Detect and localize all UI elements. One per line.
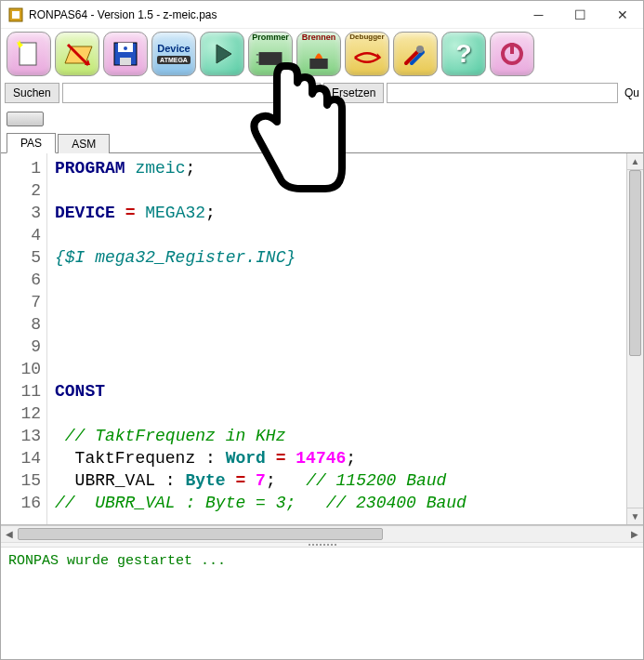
code-line[interactable]: PROGRAM zmeic; — [55, 157, 626, 179]
code-line[interactable]: {$I mega32_Register.INC} — [55, 246, 626, 269]
replace-input[interactable] — [387, 83, 618, 103]
suchen-button[interactable]: Suchen — [5, 83, 59, 103]
svg-rect-2 — [20, 43, 36, 65]
code-line[interactable]: TaktFrequenz : Word = 14746; — [55, 447, 626, 469]
tools-button[interactable] — [393, 32, 438, 76]
floppy-icon — [109, 37, 142, 71]
app-icon — [8, 7, 23, 22]
status-indicator — [7, 112, 44, 126]
svg-point-10 — [124, 46, 127, 50]
svg-rect-15 — [309, 59, 327, 69]
question-icon: ? — [455, 39, 471, 69]
code-line[interactable] — [55, 358, 626, 380]
line-number: 16 — [1, 492, 41, 514]
burn-icon — [302, 42, 335, 75]
vertical-scrollbar[interactable]: ▲ ▼ — [626, 153, 643, 524]
code-editor[interactable]: 12345678910111213141516 PROGRAM zmeic;DE… — [1, 153, 643, 525]
code-line[interactable]: UBRR_VAL : Byte = 7; // 115200 Baud — [55, 469, 626, 492]
console-text: RONPAS wurde gestartet ... — [8, 553, 226, 569]
new-icon — [12, 37, 46, 71]
svg-point-17 — [416, 46, 424, 53]
close-button[interactable]: ✕ — [601, 1, 643, 28]
power-icon — [495, 37, 529, 71]
code-line[interactable] — [55, 224, 626, 246]
line-number: 3 — [1, 202, 41, 224]
code-line[interactable] — [55, 179, 626, 202]
debugger-button[interactable]: Debugger — [345, 32, 389, 76]
prommer-button[interactable]: Prommer — [248, 32, 293, 76]
search-input[interactable] — [62, 83, 321, 103]
scroll-left-icon[interactable]: ◀ — [1, 526, 18, 542]
debugger-label: Debugger — [349, 33, 384, 41]
minimize-button[interactable]: ─ — [518, 1, 559, 28]
tab-asm[interactable]: ASM — [58, 134, 110, 153]
line-number: 11 — [1, 380, 41, 403]
brennen-label: Brennen — [302, 33, 336, 42]
scroll-down-icon[interactable]: ▼ — [627, 508, 643, 524]
code-area[interactable]: PROGRAM zmeic;DEVICE = MEGA32;{$I mega32… — [47, 153, 626, 524]
line-number: 9 — [1, 336, 41, 358]
svg-rect-9 — [120, 58, 131, 65]
code-line[interactable] — [55, 313, 626, 336]
line-number: 10 — [1, 358, 41, 380]
open-button[interactable] — [55, 32, 99, 76]
device-sub: ATMEGA — [157, 56, 191, 64]
code-line[interactable]: CONST — [55, 380, 626, 403]
pliers-icon — [399, 37, 432, 71]
qu-label: Qu — [621, 86, 639, 99]
code-line[interactable]: // TaktFrequenz in KHz — [55, 425, 626, 447]
line-number: 1 — [1, 157, 41, 179]
svg-marker-11 — [217, 45, 231, 63]
line-number: 6 — [1, 269, 41, 291]
line-number: 13 — [1, 425, 41, 447]
ersetzen-button[interactable]: Ersetzen — [323, 83, 384, 103]
line-number: 12 — [1, 403, 41, 425]
editor-tabs: PAS ASM — [1, 131, 643, 153]
line-gutter: 12345678910111213141516 — [1, 153, 47, 524]
line-number: 4 — [1, 224, 41, 246]
output-console: RONPAS wurde gestartet ... — [1, 548, 643, 659]
titlebar: RONPAS64 - Version 1.5 - z-meic.pas ─ ☐ … — [1, 1, 643, 29]
folder-arrow-icon — [60, 37, 94, 71]
tab-pas[interactable]: PAS — [7, 133, 56, 153]
horizontal-scrollbar[interactable]: ◀ ▶ — [1, 525, 643, 542]
scroll-right-icon[interactable]: ▶ — [626, 526, 643, 542]
line-number: 2 — [1, 179, 41, 202]
brennen-button[interactable]: Brennen — [296, 32, 341, 76]
chip-icon — [254, 42, 287, 75]
search-bar: Suchen Ersetzen Qu — [1, 79, 643, 107]
play-icon — [205, 37, 239, 71]
hscroll-thumb[interactable] — [18, 528, 383, 540]
svg-rect-12 — [259, 52, 283, 65]
code-line[interactable] — [55, 291, 626, 313]
code-line[interactable] — [55, 403, 626, 425]
code-line[interactable]: // UBRR_VAL : Byte = 3; // 230400 Baud — [55, 492, 626, 514]
code-line[interactable]: DEVICE = MEGA32; — [55, 202, 626, 224]
save-button[interactable] — [103, 32, 148, 76]
line-number: 7 — [1, 291, 41, 313]
code-line[interactable] — [55, 269, 626, 291]
loop-icon — [350, 41, 384, 74]
line-number: 8 — [1, 313, 41, 336]
toolbar: Device ATMEGA Prommer Brennen Debugger ? — [1, 29, 643, 79]
line-number: 5 — [1, 246, 41, 269]
window-title: RONPAS64 - Version 1.5 - z-meic.pas — [29, 8, 518, 21]
help-button[interactable]: ? — [441, 32, 486, 76]
scroll-thumb[interactable] — [629, 170, 641, 356]
power-button[interactable] — [490, 32, 534, 76]
run-button[interactable] — [200, 32, 244, 76]
line-number: 15 — [1, 469, 41, 492]
status-row — [1, 107, 643, 131]
scroll-up-icon[interactable]: ▲ — [627, 153, 643, 170]
new-button[interactable] — [7, 32, 51, 76]
code-line[interactable] — [55, 336, 626, 358]
line-number: 14 — [1, 447, 41, 469]
device-button[interactable]: Device ATMEGA — [151, 32, 196, 76]
prommer-label: Prommer — [252, 33, 289, 42]
maximize-button[interactable]: ☐ — [559, 1, 601, 28]
svg-rect-1 — [12, 11, 20, 19]
device-label: Device — [157, 44, 190, 54]
